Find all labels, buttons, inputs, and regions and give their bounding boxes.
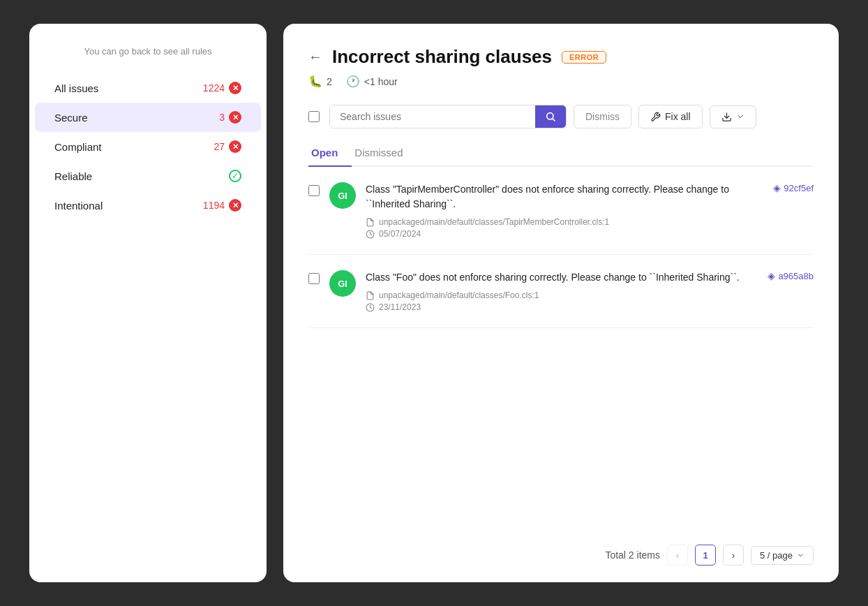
sidebar-item-all-issues[interactable]: All issues 1224 ✕	[35, 73, 261, 103]
hash-icon: ◈	[768, 270, 775, 281]
error-icon: ✕	[229, 199, 241, 212]
per-page-selector[interactable]: 5 / page	[751, 546, 814, 565]
sidebar-item-badge: 27 ✕	[214, 140, 241, 153]
sidebar-item-badge: ✓	[229, 170, 241, 182]
chevron-down-icon	[797, 552, 805, 559]
issue-checkbox[interactable]	[308, 273, 320, 284]
page-1-button[interactable]: 1	[695, 545, 716, 566]
next-page-button[interactable]: ›	[723, 545, 744, 566]
badge-count: 3	[219, 112, 225, 123]
clock-icon: 🕐	[346, 75, 360, 88]
search-input[interactable]	[330, 105, 535, 128]
error-icon: ✕	[229, 140, 241, 153]
issue-date: 23/11/2023	[366, 302, 758, 312]
meta-row: 🐛 2 🕐 <1 hour	[308, 75, 814, 88]
sidebar-item-label: Reliable	[54, 170, 92, 182]
time-meta: 🕐 <1 hour	[346, 75, 398, 88]
issue-avatar: GI	[329, 182, 356, 209]
sidebar-item-label: All issues	[54, 82, 98, 94]
sidebar-item-badge: 1194 ✕	[203, 199, 241, 212]
file-icon	[366, 291, 375, 300]
issue-content: Class "TapirMemberController" does not e…	[366, 182, 763, 239]
sidebar-item-reliable[interactable]: Reliable ✓	[35, 161, 261, 191]
tab-open[interactable]: Open	[308, 140, 352, 167]
search-wrapper	[329, 105, 567, 128]
main-panel: ← Incorrect sharing clauses ERROR 🐛 2 🕐 …	[283, 24, 839, 582]
issue-checkbox[interactable]	[308, 185, 320, 196]
error-icon: ✕	[229, 82, 241, 94]
date-icon	[366, 303, 375, 312]
date-value: 23/11/2023	[379, 302, 421, 312]
pagination: Total 2 items ‹ 1 › 5 / page	[308, 545, 814, 566]
sidebar-item-label: Secure	[54, 112, 88, 124]
issues-list: GI Class "TapirMemberController" does no…	[308, 167, 814, 528]
sidebar-item-badge: 1224 ✕	[203, 82, 241, 94]
sidebar-item-intentional[interactable]: Intentional 1194 ✕	[35, 191, 261, 220]
issue-title: Class "Foo" does not enforce sharing cor…	[366, 270, 758, 285]
fix-all-button[interactable]: Fix all	[638, 105, 703, 128]
sidebar-item-secure[interactable]: Secure 3 ✕	[35, 103, 261, 132]
chevron-down-icon	[736, 112, 744, 121]
sidebar-item-compliant[interactable]: Compliant 27 ✕	[35, 132, 261, 161]
select-all-checkbox[interactable]	[308, 111, 320, 122]
badge-count: 27	[214, 141, 225, 152]
issue-row: GI Class "TapirMemberController" does no…	[308, 167, 814, 255]
issue-file: unpackaged/main/default/classes/TapirMem…	[366, 217, 763, 227]
file-path: unpackaged/main/default/classes/Foo.cls:…	[379, 290, 539, 300]
svg-line-1	[553, 119, 555, 121]
hash-value: 92cf5ef	[784, 183, 814, 193]
issue-content: Class "Foo" does not enforce sharing cor…	[366, 270, 758, 312]
hash-value: a965a8b	[778, 271, 814, 281]
tabs: OpenDismissed	[308, 140, 814, 167]
file-icon	[366, 218, 375, 227]
hash-icon: ◈	[773, 182, 781, 193]
toolbar: Dismiss Fix all	[308, 105, 814, 128]
sidebar-item-badge: 3 ✕	[219, 111, 241, 124]
sidebar: You can go back to see all rules All iss…	[29, 24, 267, 582]
badge-count: 1194	[203, 200, 225, 211]
issue-row: GI Class "Foo" does not enforce sharing …	[308, 255, 814, 328]
time-value: <1 hour	[364, 76, 398, 87]
prev-page-button[interactable]: ‹	[667, 545, 688, 566]
sidebar-header: You can go back to see all rules	[29, 46, 267, 57]
check-icon: ✓	[229, 170, 241, 182]
badge-count: 1224	[203, 82, 225, 94]
error-badge: ERROR	[562, 51, 606, 64]
main-header: ← Incorrect sharing clauses ERROR	[308, 46, 814, 68]
download-button[interactable]	[710, 105, 756, 128]
file-path: unpackaged/main/default/classes/TapirMem…	[379, 217, 609, 227]
total-label: Total 2 items	[605, 549, 660, 561]
search-button[interactable]	[535, 105, 566, 128]
issue-count-meta: 🐛 2	[308, 75, 332, 88]
issue-file: unpackaged/main/default/classes/Foo.cls:…	[366, 290, 758, 300]
issue-count: 2	[327, 76, 332, 87]
back-button[interactable]: ←	[308, 49, 322, 65]
date-value: 05/07/2024	[379, 229, 421, 239]
page-title: Incorrect sharing clauses	[332, 46, 552, 68]
sidebar-item-label: Compliant	[54, 141, 102, 153]
date-icon	[366, 230, 375, 239]
tab-dismissed[interactable]: Dismissed	[352, 140, 417, 167]
issue-title: Class "TapirMemberController" does not e…	[366, 182, 763, 212]
dismiss-button[interactable]: Dismiss	[574, 105, 631, 128]
issue-avatar: GI	[329, 270, 356, 297]
issue-hash[interactable]: ◈ 92cf5ef	[773, 182, 814, 193]
issue-hash[interactable]: ◈ a965a8b	[768, 270, 814, 281]
per-page-label: 5 / page	[760, 550, 793, 561]
fix-all-label: Fix all	[665, 111, 691, 122]
bug-icon: 🐛	[308, 75, 322, 88]
issue-date: 05/07/2024	[366, 229, 763, 239]
sidebar-item-label: Intentional	[54, 200, 103, 212]
error-icon: ✕	[229, 111, 241, 124]
